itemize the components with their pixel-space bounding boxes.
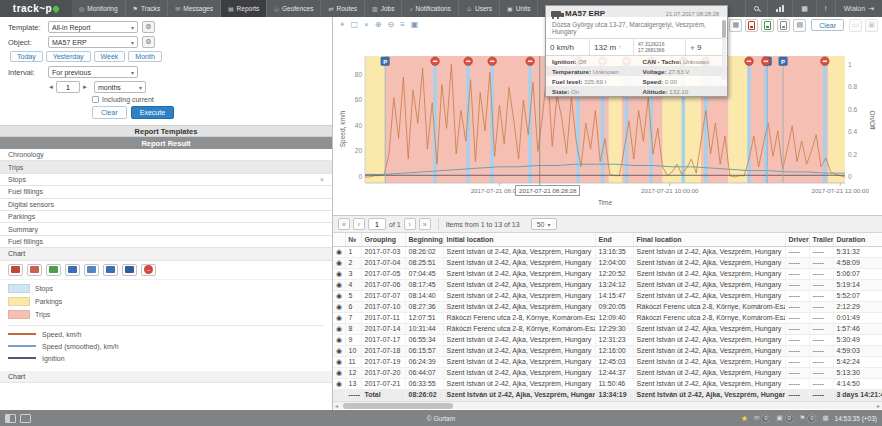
cell-end[interactable]: 09:20:05 [595, 301, 633, 312]
cell-final-location[interactable]: Szent István út 2-42, Ajka, Veszprém, Hu… [633, 345, 785, 356]
popup-scrollbar[interactable] [722, 20, 726, 80]
cell-initial-location[interactable]: Szent István út 2-42, Ajka, Veszprém, Hu… [443, 301, 595, 312]
logo[interactable]: track~p [0, 0, 72, 17]
scroll-right-icon[interactable]: ▸ [877, 402, 880, 409]
pager-last-button[interactable]: » [419, 218, 431, 230]
locate-row-icon[interactable]: ◉ [333, 290, 345, 301]
cell-initial-location[interactable]: Szent István út 2-42, Ajka, Veszprém, Hu… [443, 367, 595, 378]
interval-unit-select[interactable]: months ▾ [94, 81, 146, 93]
cell-beginning[interactable]: 08:26:02 [405, 389, 443, 400]
cell-beginning[interactable]: 08:17:45 [405, 279, 443, 290]
locate-row-icon[interactable]: ◉ [333, 301, 345, 312]
yesterday-button[interactable]: Yesterday [46, 51, 91, 62]
template-settings-button[interactable]: ⚙ [142, 21, 155, 33]
cell-beginning[interactable]: 06:55:34 [405, 334, 443, 345]
locate-row-icon[interactable]: ◉ [333, 367, 345, 378]
cell-beginning[interactable]: 08:27:36 [405, 301, 443, 312]
apps-button[interactable] [767, 0, 792, 17]
cell-final-location[interactable]: Szent István út 2-42, Ajka, Veszprém, Hu… [633, 356, 785, 367]
star-icon[interactable]: ★ [741, 414, 748, 423]
alert-button[interactable]: ! [816, 0, 835, 17]
status-counter-flag[interactable]: ⚑0 [800, 414, 817, 423]
cell-initial-location[interactable]: Szent István út 2-42, Ajka, Veszprém, Hu… [443, 345, 595, 356]
nav-item-messages[interactable]: ✉Messages [168, 0, 221, 17]
chart-toggle-red-1[interactable] [8, 264, 23, 276]
nav-item-geofences[interactable]: ◇Geofences [267, 0, 321, 17]
horizontal-scrollbar[interactable]: ◂ ▸ [333, 401, 882, 409]
cell-beginning[interactable]: 06:24:39 [405, 356, 443, 367]
col-driver[interactable]: Driver [785, 233, 809, 246]
cell-initial-location[interactable]: Szent István út 2-42, Ajka, Veszprém, Hu… [443, 389, 595, 400]
decrement-icon[interactable]: ◄ [48, 84, 54, 90]
month-button[interactable]: Month [128, 51, 161, 62]
nav-item-units[interactable]: ▣Units [500, 0, 538, 17]
chart-mode-button-1[interactable]: ▭ [849, 19, 862, 32]
locate-row-icon[interactable]: ◉ [333, 334, 345, 345]
toggle-left-panel-icon[interactable] [5, 414, 16, 423]
locate-row-icon[interactable]: ◉ [333, 257, 345, 268]
object-select[interactable]: MA57 ERP ▾ [48, 36, 138, 48]
cell-beginning[interactable]: 12:07:51 [405, 312, 443, 323]
cell-final-location[interactable]: Szent István út 2-42, Ajka, Veszprém, Hu… [633, 367, 785, 378]
col-trailer[interactable]: Trailer [809, 233, 833, 246]
cell-beginning[interactable]: 06:33:55 [405, 378, 443, 389]
col--[interactable]: № [345, 233, 361, 246]
zoomin-icon[interactable]: ⊕ [375, 18, 382, 32]
cell-final-location[interactable]: Szent István út 2-42, Ajka, Veszprém, Hu… [633, 279, 785, 290]
cell-end[interactable]: 12:20:52 [595, 268, 633, 279]
calendar-button[interactable]: ▦ [729, 19, 742, 32]
execute-button[interactable]: Execute [131, 106, 174, 119]
chart-toggle-blue-3[interactable] [103, 264, 118, 276]
close-section-icon[interactable]: × [320, 176, 324, 183]
cell-initial-location[interactable]: Rákóczi Ferenc utca 2-8, Környe, Komárom… [443, 312, 595, 323]
nav-item-tracks[interactable]: ⚑Tracks [126, 0, 169, 17]
today-button[interactable]: Today [10, 51, 43, 62]
cell-final-location[interactable]: Szent István út 2-42, Ajka, Veszprém, Hu… [633, 246, 785, 257]
scroll-left-icon[interactable]: ◂ [335, 402, 338, 409]
cell-end[interactable]: 11:50:46 [595, 378, 633, 389]
cell-beginning[interactable]: 08:14:40 [405, 290, 443, 301]
locate-row-icon[interactable]: ◉ [333, 356, 345, 367]
status-counter-unit[interactable]: ▣0 [776, 414, 793, 423]
locate-row-icon[interactable]: ◉ [333, 246, 345, 257]
scrollbar-thumb[interactable] [343, 403, 453, 409]
page-size-select[interactable]: 50 ▾ [531, 218, 557, 230]
cell-end[interactable]: 12:29:30 [595, 323, 633, 334]
cell-end[interactable]: 12:31:23 [595, 334, 633, 345]
list-icon[interactable]: ≡ [400, 18, 405, 32]
cell-beginning[interactable]: 08:25:51 [405, 257, 443, 268]
col-initial-location[interactable]: Initial location [443, 233, 595, 246]
including-current-checkbox[interactable] [92, 96, 99, 103]
export-file-button[interactable] [777, 19, 790, 32]
cell-final-location[interactable]: Rákóczi Ferenc utca 2-8, Környe, Komárom… [633, 312, 785, 323]
section-chronology[interactable]: Chronology [0, 149, 332, 161]
col-duration[interactable]: Duration [833, 233, 882, 246]
cell-initial-location[interactable]: Szent István út 2-42, Ajka, Veszprém, Hu… [443, 356, 595, 367]
pan-icon[interactable]: ⌖ [340, 18, 345, 32]
user-menu[interactable]: Wialon ⇥ [835, 0, 882, 17]
reset-icon[interactable]: × [364, 18, 369, 32]
cell-final-location[interactable]: Szent István út 2-42, Ajka, Veszprém, Hu… [633, 257, 785, 268]
cell-end[interactable]: 12:04:00 [595, 257, 633, 268]
apps-grid-icon[interactable]: ▦ [822, 414, 828, 422]
clear-button[interactable]: Clear [92, 106, 127, 119]
toggle-bottom-panel-icon[interactable] [20, 414, 31, 423]
cell-final-location[interactable]: Szent István út 2-42, Ajka, Veszprém, Hu… [633, 378, 785, 389]
section-fuel-fillings[interactable]: Fuel fillings [0, 236, 332, 248]
locate-row-icon[interactable]: ◉ [333, 345, 345, 356]
cell-end[interactable]: 12:16:00 [595, 345, 633, 356]
locate-row-icon[interactable]: ◉ [333, 323, 345, 334]
cell-final-location[interactable]: Rákóczi Ferenc utca 2-8, Környe, Komárom… [633, 301, 785, 312]
chart-toggle-red-2[interactable] [27, 264, 42, 276]
col-end[interactable]: End [595, 233, 633, 246]
cell-beginning[interactable]: 07:04:45 [405, 268, 443, 279]
cell-beginning[interactable]: 08:26:02 [405, 246, 443, 257]
cell-initial-location[interactable]: Szent István út 2-42, Ajka, Veszprém, Hu… [443, 334, 595, 345]
col-final-location[interactable]: Final location [633, 233, 785, 246]
cell-end[interactable]: 12:45:03 [595, 356, 633, 367]
nav-item-users[interactable]: ☺Users [459, 0, 500, 17]
locate-row-icon[interactable]: ◉ [333, 378, 345, 389]
chart-mode-button-2[interactable]: ▣ [865, 19, 878, 32]
col-grouping[interactable]: Grouping [361, 233, 405, 246]
nav-item-monitoring[interactable]: ◎Monitoring [72, 0, 126, 17]
